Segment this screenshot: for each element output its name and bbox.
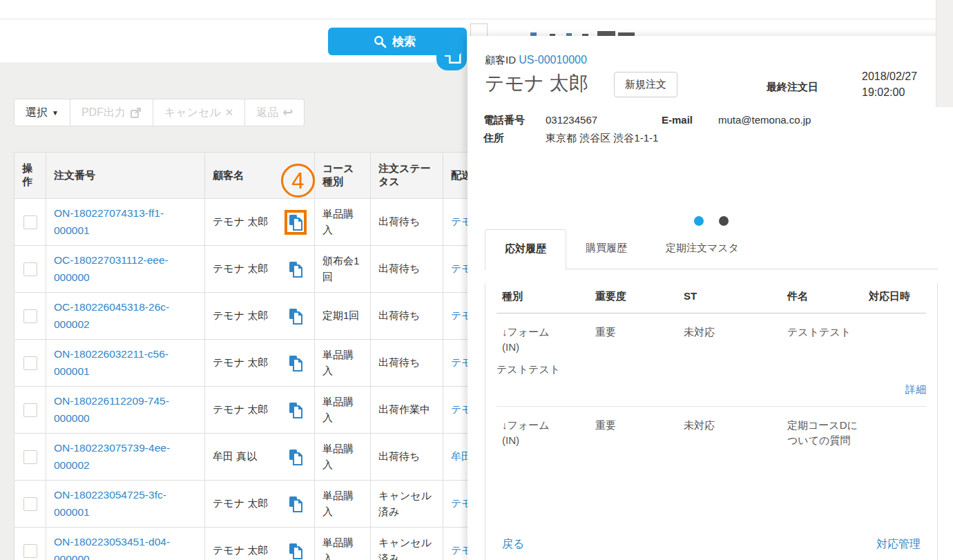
order-number-link[interactable]: ON-180223053451-d04-000000 <box>54 536 170 560</box>
row-checkbox[interactable] <box>23 215 37 229</box>
search-button-label: 検索 <box>392 34 416 50</box>
card-footer-links: 戻る 対応管理 <box>502 537 921 552</box>
copy-icon[interactable] <box>285 539 307 560</box>
tab-bar: 応対履歴 購買履歴 定期注文マスタ <box>485 229 938 269</box>
copy-icon[interactable] <box>285 398 307 423</box>
order-number-link[interactable]: ON-180226112209-745-000000 <box>54 395 169 423</box>
customer-name: テモナ 太郎 <box>213 215 268 229</box>
detail-link[interactable]: 詳細 <box>905 383 926 395</box>
copy-icon[interactable] <box>285 304 307 329</box>
carousel-dot-inactive[interactable] <box>719 216 729 226</box>
carousel-dot-active[interactable] <box>694 216 704 226</box>
address-label: 住所 <box>483 130 546 146</box>
address-value: 東京都 渋谷区 渋谷1-1-1 <box>546 130 811 146</box>
row-checkbox[interactable] <box>23 497 37 511</box>
course-type: 単品購入 <box>315 199 371 246</box>
customer-name: 牟田 真以 <box>213 450 257 463</box>
select-button[interactable]: 選択 ▼ <box>14 99 70 126</box>
order-status: 出荷待ち <box>371 293 443 340</box>
order-status: 出荷作業中 <box>371 387 443 434</box>
row-checkbox[interactable] <box>23 450 37 464</box>
annotation-number: 4 <box>291 168 304 194</box>
order-status: 出荷待ち <box>371 199 443 246</box>
row-checkbox[interactable] <box>23 356 37 370</box>
response-history-table: 種別 重要度 ST 件名 対応日時 ↓フォーム (IN) 重要 未対応 テストテ… <box>497 283 926 448</box>
back-link[interactable]: 戻る <box>502 537 524 552</box>
history-st: 未対応 <box>678 407 782 448</box>
course-type: 定期1回 <box>315 293 371 340</box>
order-status: キャンセル済み <box>371 481 443 528</box>
customer-name: テモナ 太郎 <box>213 309 268 322</box>
new-order-button[interactable]: 新規注文 <box>614 72 677 97</box>
header-order-no: 注文番号 <box>46 153 205 199</box>
phone-label: 電話番号 <box>483 112 546 128</box>
header-course: コース種別 <box>315 153 371 199</box>
caret-down-icon: ▼ <box>52 109 59 117</box>
order-number-link[interactable]: OC-180227031112-eee-000000 <box>54 254 169 282</box>
select-button-label: 選択 <box>26 106 48 120</box>
history-header-importance: 重要度 <box>590 283 678 313</box>
pdf-export-button[interactable]: PDF出力 <box>70 99 153 126</box>
customer-detail-panel: 顧客ID US-00010000 テモナ 太郎 新規注文 最終注文日 2018/… <box>468 36 953 560</box>
cancel-button[interactable]: キャンセル ✕ <box>153 99 245 126</box>
row-checkbox[interactable] <box>23 309 37 323</box>
header-op: 操作 <box>15 153 46 199</box>
history-st: 未対応 <box>678 313 782 355</box>
return-button-label: 返品 <box>256 106 278 120</box>
course-type: 頒布会1回 <box>315 246 371 293</box>
history-content-snippet: テストテスト <box>497 363 926 376</box>
tab-content: 種別 重要度 ST 件名 対応日時 ↓フォーム (IN) 重要 未対応 テストテ… <box>485 283 938 560</box>
return-button[interactable]: 返品 ↩ <box>244 99 305 126</box>
x-icon: ✕ <box>225 106 234 119</box>
tab-purchase-history[interactable]: 購買履歴 <box>566 229 646 269</box>
tab-recurring-order-master[interactable]: 定期注文マスタ <box>646 229 758 269</box>
order-number-link[interactable]: ON-180226032211-c56-000001 <box>54 348 169 376</box>
order-number-link[interactable]: ON-180223075739-4ee-000002 <box>54 442 170 470</box>
cancel-button-label: キャンセル <box>164 106 221 120</box>
copy-icon[interactable] <box>285 492 307 516</box>
customer-name: テモナ 太郎 <box>213 262 268 276</box>
customer-name-row: テモナ 太郎 新規注文 最終注文日 2018/02/27 19:02:00 <box>468 69 953 108</box>
annotation-circle-4: 4 <box>281 164 315 197</box>
customer-name-heading: テモナ 太郎 <box>485 70 588 97</box>
order-status: キャンセル済み <box>371 528 443 560</box>
course-type: 単品購入 <box>315 340 371 387</box>
tab-response-history[interactable]: 応対履歴 <box>485 229 566 270</box>
search-button[interactable]: 検索 <box>328 28 461 55</box>
phone-value: 031234567 <box>546 112 662 128</box>
history-subject: テストテスト <box>787 325 851 340</box>
email-value: muta@temona.co.jp <box>718 112 811 128</box>
row-checkbox[interactable] <box>23 403 37 417</box>
copy-icon[interactable] <box>285 210 307 235</box>
order-number-link[interactable]: OC-180226045318-26c-000002 <box>54 301 169 329</box>
last-order-date-label: 最終注文日 <box>767 81 818 94</box>
copy-icon[interactable] <box>285 351 307 376</box>
order-status: 出荷待ち <box>371 340 443 387</box>
top-divider <box>0 19 953 19</box>
history-tab-card: 応対履歴 購買履歴 定期注文マスタ 種別 重要度 ST 件名 対応日時 ↓フォー… <box>485 229 938 548</box>
customer-name: テモナ 太郎 <box>213 497 268 510</box>
order-status: 出荷待ち <box>371 246 443 293</box>
copy-icon[interactable] <box>285 257 307 282</box>
export-icon <box>130 107 142 119</box>
email-label: E-mail <box>662 112 718 128</box>
history-row: ↓フォーム (IN) 重要 未対応 定期コースDについての質問 <box>497 407 926 448</box>
order-number-link[interactable]: ON-180223054725-3fc-000001 <box>54 489 166 517</box>
customer-name: テモナ 太郎 <box>213 403 268 416</box>
order-number-link[interactable]: ON-180227074313-ff1-000001 <box>54 207 164 235</box>
orders-toolbar: 選択 ▼ PDF出力 キャンセル ✕ 返品 ↩ <box>14 99 305 126</box>
customer-id-link[interactable]: US-00010000 <box>519 54 587 66</box>
row-checkbox[interactable] <box>23 544 37 558</box>
copy-icon[interactable] <box>285 445 307 470</box>
course-type: 単品購入 <box>315 528 371 560</box>
last-order-time: 19:02:00 <box>862 84 917 100</box>
history-header-datetime: 対応日時 <box>863 283 926 313</box>
row-checkbox[interactable] <box>23 262 37 276</box>
obscured-text-fragment <box>597 31 615 36</box>
course-type: 単品購入 <box>315 434 371 481</box>
course-type: 単品購入 <box>315 387 371 434</box>
history-type: ↓フォーム (IN) <box>502 418 568 448</box>
history-importance: 重要 <box>590 313 678 355</box>
scrollbar-track[interactable] <box>936 0 953 107</box>
response-management-link[interactable]: 対応管理 <box>876 537 921 552</box>
